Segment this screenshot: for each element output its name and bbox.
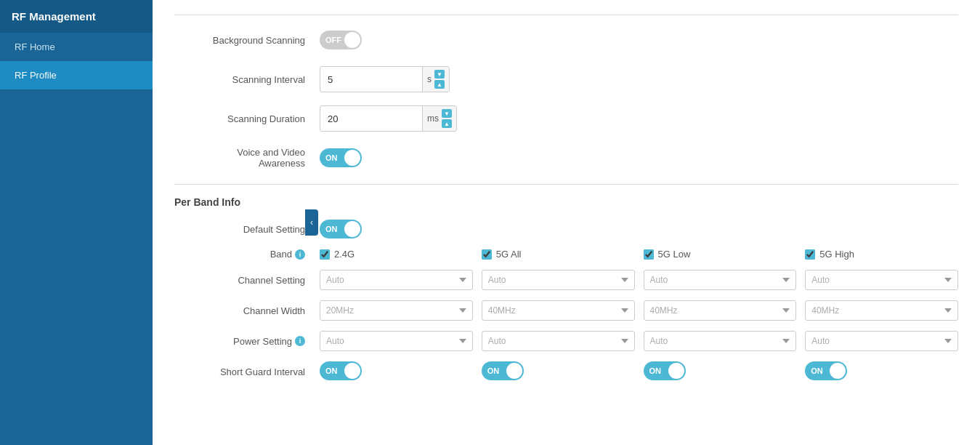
background-scanning-control: OFF	[320, 31, 362, 49]
power-setting-row: Power Setting i Auto Auto	[174, 331, 958, 351]
band-5g-low-checkbox[interactable]	[644, 249, 654, 260]
short-guard-toggle-label-3: ON	[811, 366, 823, 375]
channel-width-col-3: 40MHz	[805, 300, 958, 321]
band-5g-all-checkbox[interactable]	[482, 249, 492, 260]
scanning-interval-unit: s ▼ ▲	[422, 67, 449, 92]
short-guard-toggle-label-0: ON	[325, 366, 338, 375]
scanning-duration-unit: ms ▼ ▲	[422, 106, 456, 131]
band-24g-label: 2.4G	[334, 249, 355, 260]
default-setting-control: ON	[320, 220, 362, 238]
channel-setting-col-0: Auto	[320, 270, 473, 290]
scanning-interval-label: Scanning Interval	[174, 74, 320, 85]
channel-width-select-3[interactable]: 40MHz	[805, 300, 958, 321]
scanning-duration-down-arrow[interactable]: ▼	[442, 109, 452, 118]
band-24g-checkbox[interactable]	[320, 249, 330, 260]
scanning-duration-up-arrow[interactable]: ▲	[442, 119, 452, 128]
channel-setting-label: Channel Setting	[174, 275, 320, 286]
default-setting-row: Default Setting ON	[174, 220, 958, 238]
channel-setting-row: Channel Setting Auto Auto Aut	[174, 270, 958, 290]
scanning-interval-control: s ▼ ▲	[320, 66, 450, 92]
scanning-interval-input[interactable]	[320, 70, 422, 89]
voice-video-knob	[344, 150, 360, 166]
voice-video-toggle-label: ON	[325, 153, 338, 162]
band-label: Band i	[174, 249, 320, 260]
short-guard-toggle-0[interactable]: ON	[320, 361, 362, 380]
band-5g-all-checkbox-item: 5G All	[482, 249, 635, 260]
sidebar: RF Management RF Home RF Profile	[0, 0, 153, 445]
channel-width-select-2[interactable]: 40MHz	[644, 300, 797, 321]
short-guard-interval-col-1: ON	[482, 361, 635, 382]
short-guard-interval-label: Short Guard Interval	[174, 366, 320, 377]
scanning-interval-unit-text: s	[427, 74, 432, 84]
default-setting-knob	[344, 221, 360, 237]
main-content: Background Scanning OFF Scanning Interva…	[153, 0, 980, 445]
short-guard-interval-col-2: ON	[644, 361, 797, 382]
band-5g-low-checkbox-item: 5G Low	[644, 249, 797, 260]
scanning-duration-arrows: ▼ ▲	[442, 109, 452, 128]
short-guard-knob-2	[668, 363, 684, 379]
band-5g-high-checkbox-item: 5G High	[805, 249, 958, 260]
channel-setting-select-1[interactable]: Auto	[482, 270, 635, 290]
band-5g-high-checkbox[interactable]	[805, 249, 815, 260]
channel-setting-select-3[interactable]: Auto	[805, 270, 958, 290]
per-band-info-title: Per Band Info	[174, 196, 958, 208]
band-col-5g-all: 5G All	[482, 249, 635, 260]
channel-width-col-2: 40MHz	[644, 300, 797, 321]
sidebar-collapse-button[interactable]: ‹	[305, 209, 318, 236]
voice-video-label: Voice and Video Awareness	[174, 147, 320, 169]
scanning-duration-control: ms ▼ ▲	[320, 105, 457, 132]
short-guard-toggle-1[interactable]: ON	[482, 361, 524, 380]
voice-video-row: Voice and Video Awareness ON	[174, 145, 958, 171]
band-5g-all-label: 5G All	[496, 249, 522, 260]
channel-width-select-0[interactable]: 20MHz	[320, 300, 473, 321]
channel-setting-select-2[interactable]: Auto	[644, 270, 797, 290]
scanning-interval-arrows: ▼ ▲	[434, 70, 445, 89]
short-guard-knob-1	[506, 363, 522, 379]
power-setting-col-3: Auto	[805, 331, 958, 351]
power-setting-label: Power Setting i	[174, 336, 320, 347]
short-guard-knob-0	[344, 363, 360, 379]
channel-setting-col-2: Auto	[644, 270, 797, 290]
background-scanning-toggle[interactable]: OFF	[320, 31, 362, 49]
voice-video-toggle[interactable]: ON	[320, 148, 362, 167]
scanning-duration-input[interactable]	[320, 109, 422, 129]
channel-width-select-1[interactable]: 40MHz	[482, 300, 635, 321]
short-guard-toggle-2[interactable]: ON	[644, 361, 686, 380]
background-scanning-row: Background Scanning OFF	[174, 27, 958, 53]
short-guard-toggle-3[interactable]: ON	[805, 361, 847, 380]
band-col-5g-high: 5G High	[805, 249, 958, 260]
band-col-24g: 2.4G	[320, 249, 473, 260]
middle-divider	[174, 184, 958, 185]
scanning-interval-down-arrow[interactable]: ▼	[434, 70, 445, 79]
power-setting-select-1[interactable]: Auto	[482, 331, 635, 351]
scanning-duration-input-group: ms ▼ ▲	[320, 105, 457, 132]
short-guard-interval-col-3: ON	[805, 361, 958, 382]
power-setting-col-2: Auto	[644, 331, 797, 351]
short-guard-interval-row: Short Guard Interval ON ON	[174, 361, 958, 382]
power-setting-select-3[interactable]: Auto	[805, 331, 958, 351]
background-scanning-knob	[344, 32, 360, 48]
scanning-duration-unit-text: ms	[427, 113, 439, 124]
sidebar-item-rf-home[interactable]: RF Home	[0, 33, 153, 61]
band-5g-low-label: 5G Low	[658, 249, 691, 260]
power-setting-col-0: Auto	[320, 331, 473, 351]
band-col-5g-low: 5G Low	[644, 249, 797, 260]
power-setting-select-0[interactable]: Auto	[320, 331, 473, 351]
band-info-icon: i	[295, 249, 305, 260]
default-setting-label: Default Setting	[174, 224, 320, 235]
channel-setting-col-1: Auto	[482, 270, 635, 290]
band-5g-high-label: 5G High	[819, 249, 854, 260]
channel-setting-select-0[interactable]: Auto	[320, 270, 473, 290]
channel-width-label: Channel Width	[174, 305, 320, 316]
short-guard-toggle-label-2: ON	[649, 366, 662, 375]
default-setting-toggle[interactable]: ON	[320, 220, 362, 238]
short-guard-interval-cols: ON ON ON	[320, 361, 958, 382]
sidebar-item-rf-profile[interactable]: RF Profile	[0, 61, 153, 89]
power-setting-col-1: Auto	[482, 331, 635, 351]
short-guard-interval-col-0: ON	[320, 361, 473, 382]
scanning-interval-up-arrow[interactable]: ▲	[434, 80, 445, 89]
power-setting-select-2[interactable]: Auto	[644, 331, 797, 351]
sidebar-title: RF Management	[0, 0, 153, 33]
power-setting-cols: Auto Auto Auto	[320, 331, 958, 351]
default-setting-toggle-label: ON	[325, 225, 338, 233]
